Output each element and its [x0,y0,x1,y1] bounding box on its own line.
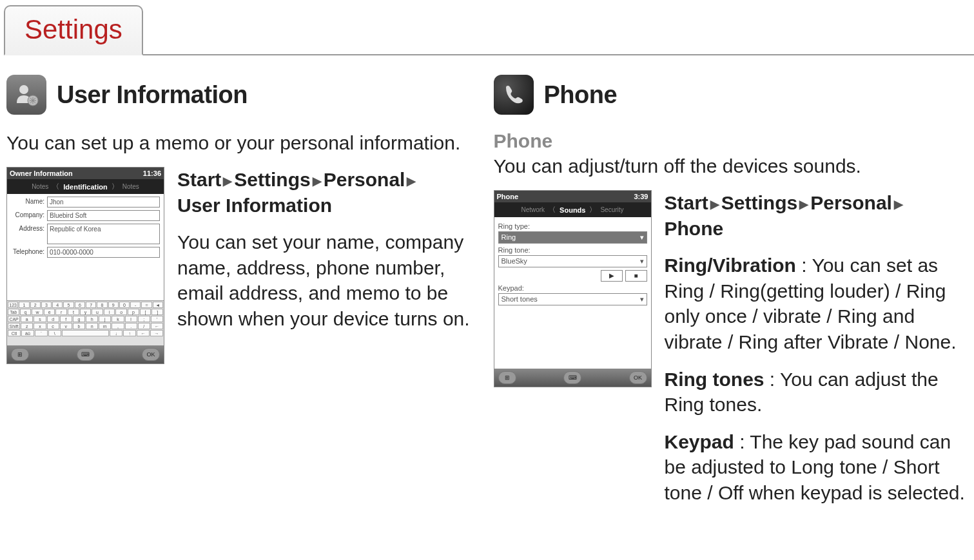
right-column: Phone Phone You can adjust/turn off the … [487,75,975,517]
keypad-text: Keypad : The key pad sound can be adjust… [665,429,968,506]
chevron-left-icon: 〈 [549,205,556,215]
phone-title: Phone [544,81,618,109]
user-info-icon [6,75,46,115]
user-info-detail: Owner Information 11:36 Notes 〈 Identifi… [6,167,481,364]
screenshot-tab-right: Notes [122,183,139,190]
phone-intro: You can adjust/turn off the devices soun… [494,153,968,179]
company-input[interactable]: Bluebird Soft [47,210,160,221]
left-column: User Information You can set up a memo o… [0,75,487,517]
telephone-input[interactable]: 010-0000-0000 [47,247,160,258]
play-button[interactable]: ▶ [601,270,623,282]
keyboard-button-icon[interactable]: ⌨ [563,371,581,384]
svg-point-0 [19,85,28,94]
screenshot-tab-left: Notes [32,183,48,190]
ring-tone-dropdown[interactable]: BlueSky▾ [498,255,647,267]
telephone-label: Telephone: [11,247,44,255]
phone-screenshot: Phone 3:39 Network 〈 Sounds 〉 Security R… [494,190,652,387]
ring-tones-text: Ring tones : You can adjust the Ring ton… [665,367,968,418]
ok-button[interactable]: OK [629,371,647,384]
screenshot-tab-mid: Identification [63,183,107,191]
ring-vibration-text: Ring/Vibration : You can set as Ring / R… [665,253,968,354]
settings-tab[interactable]: Settings [4,5,143,55]
phone-detail: Phone 3:39 Network 〈 Sounds 〉 Security R… [494,190,968,517]
ring-type-dropdown[interactable]: Ring▾ [498,231,647,244]
user-info-body: You can set your name, company name, add… [177,229,481,331]
ok-button[interactable]: OK [142,348,160,361]
chevron-left-icon: 〈 [52,182,59,191]
keypad-label: Keypad: [498,284,647,292]
phone-text: Start▶Settings▶Personal▶Phone Ring/Vibra… [665,190,968,517]
keyboard-button-icon[interactable]: ⌨ [77,348,95,361]
chevron-right-icon: 〉 [589,205,596,215]
user-info-header: User Information [6,75,481,115]
phone-header: Phone [494,75,968,115]
user-info-text: Start▶Settings▶Personal▶User Information… [177,167,481,364]
phone-tab-mid: Sounds [560,206,585,214]
address-label: Address: [11,224,44,232]
start-button-icon[interactable]: ⊞ [498,371,516,384]
phone-screenshot-time: 3:39 [634,193,648,200]
stop-button[interactable]: ■ [625,270,647,282]
user-info-title: User Information [57,81,248,109]
keypad-dropdown[interactable]: Short tones▾ [498,293,647,305]
phone-path: Start▶Settings▶Personal▶Phone [665,190,968,241]
screenshot-time: 11:36 [143,169,161,177]
user-info-intro: You can set up a memo or your personal i… [6,130,481,155]
address-input[interactable]: Republic of Korea [47,224,160,244]
phone-subhead: Phone [494,130,968,152]
tab-bar: Settings [4,0,974,55]
user-info-path: Start▶Settings▶Personal▶User Information [177,167,481,218]
ring-type-label: Ring type: [498,222,647,230]
phone-tab-right: Security [600,206,623,213]
phone-tab-left: Network [521,206,545,213]
chevron-right-icon: 〉 [112,182,119,191]
name-label: Name: [11,197,44,205]
name-input[interactable]: Jhon [47,197,160,208]
company-label: Company: [11,210,44,218]
phone-screenshot-title: Phone [497,193,519,200]
screenshot-title: Owner Information [10,169,73,177]
user-info-screenshot: Owner Information 11:36 Notes 〈 Identifi… [6,167,164,364]
ring-tone-label: Ring tone: [498,246,647,254]
onscreen-keyboard[interactable]: 1231234567890-=◄ Tabqwertyuiop[] CAPasdf… [7,300,164,345]
content-area: User Information You can set up a memo o… [0,55,974,517]
phone-icon [494,75,534,115]
start-button-icon[interactable]: ⊞ [11,348,29,361]
